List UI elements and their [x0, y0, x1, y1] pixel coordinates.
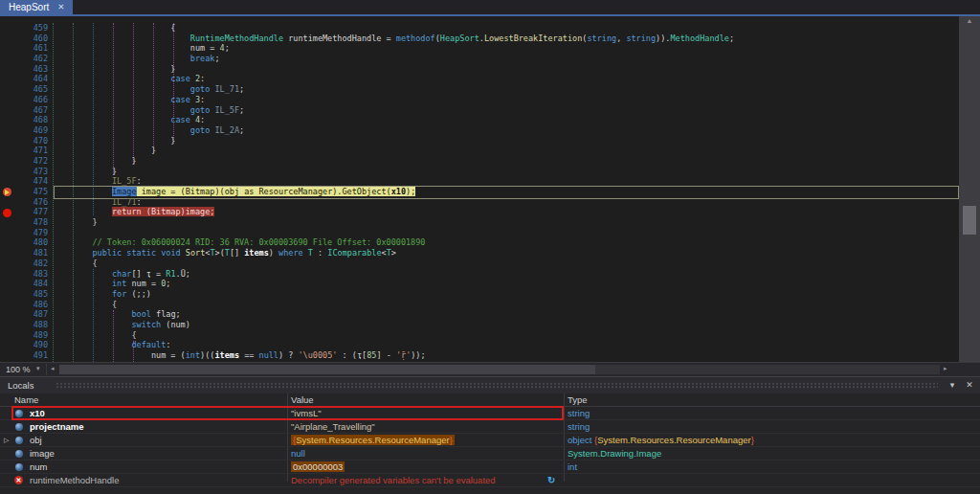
line-number: 468 [0, 115, 48, 125]
code-line-464[interactable]: 464 case 2: [0, 74, 959, 84]
code-line-476[interactable]: 476 IL_71: [0, 197, 959, 208]
code-line-481[interactable]: 481 public static void Sort<T>(T[] items… [0, 248, 959, 258]
code-text: RuntimeMethodHandle runtimeMethodHandle … [73, 34, 734, 44]
scroll-left-icon[interactable]: ◂ [51, 365, 55, 372]
code-text: { [73, 23, 175, 34]
code-text: IL_71: [73, 197, 142, 208]
locals-row-image[interactable]: imagenullSystem.Drawing.Image [0, 447, 980, 460]
code-line-478[interactable]: 478 } [0, 217, 959, 228]
code-line-459[interactable]: 459 { [0, 23, 959, 34]
variable-value: Decompiler generated variables can't be … [291, 474, 561, 486]
code-line-489[interactable]: 489 { [0, 330, 959, 341]
locals-rows: x10"ivmsL"stringprojectname"Airplane_Tra… [0, 407, 980, 487]
locals-title: Locals [8, 377, 33, 393]
code-line-480[interactable]: 480 // Token: 0x06000024 RID: 36 RVA: 0x… [0, 237, 959, 248]
line-number: 491 [0, 350, 48, 361]
variable-icon [15, 450, 23, 458]
decompiler-window: HeapSort ✕ 459 {460 RuntimeMethodHandle … [0, 0, 980, 494]
panel-collapse-icon[interactable]: ▾ [946, 377, 959, 393]
code-text: } [73, 136, 175, 146]
code-line-483[interactable]: 483 char[] ҭ = R1.Ū; [0, 269, 959, 280]
code-line-474[interactable]: 474 IL_5F: [0, 176, 959, 187]
variable-type: string [568, 407, 976, 419]
line-number: 464 [0, 74, 48, 84]
expander-icon[interactable]: ▷ [4, 434, 9, 446]
tab-heapsort[interactable]: HeapSort ✕ [0, 0, 73, 14]
tab-close-icon[interactable]: ✕ [57, 0, 64, 14]
variable-type: string [568, 420, 976, 433]
horizontal-scrollbar[interactable] [59, 365, 940, 374]
variable-icon [15, 423, 23, 431]
locals-header-row: Name Value Type [0, 393, 980, 407]
code-line-472[interactable]: 472 } [0, 156, 959, 167]
code-line-482[interactable]: 482 { [0, 258, 959, 269]
code-line-475[interactable]: 475 Image image = (Bitmap)(obj as Resour… [0, 187, 959, 197]
variable-type: int [568, 460, 976, 473]
locals-row-projectname[interactable]: projectname"Airplane_Travelling"string [0, 420, 980, 434]
code-line-491[interactable]: 491 num = (int)((items == null) ? '\u000… [0, 350, 959, 361]
code-editor[interactable]: 459 {460 RuntimeMethodHandle runtimeMeth… [0, 16, 959, 362]
column-header-name[interactable]: Name [14, 393, 38, 406]
locals-row-runtimeMethodHandle[interactable]: ✕runtimeMethodHandleDecompiler generated… [0, 474, 980, 487]
variable-value: 0x00000003 [291, 460, 561, 473]
line-number: 466 [0, 95, 48, 105]
vertical-scrollbar[interactable]: ▲ ▼ [959, 16, 980, 375]
locals-row-x10[interactable]: x10"ivmsL"string [0, 407, 980, 420]
code-line-466[interactable]: 466 case 3: [0, 95, 959, 105]
refresh-icon[interactable]: ↻ [547, 474, 555, 486]
variable-value: "ivmsL" [291, 407, 561, 419]
code-lines: 459 {460 RuntimeMethodHandle runtimeMeth… [0, 23, 959, 361]
line-number: 459 [0, 23, 48, 34]
code-line-484[interactable]: 484 int num = 0; [0, 279, 959, 289]
column-header-value[interactable]: Value [291, 393, 314, 406]
locals-row-obj[interactable]: ▷obj{System.Resources.ResourceManager}ob… [0, 434, 980, 447]
code-line-490[interactable]: 490 default: [0, 340, 959, 350]
code-line-479[interactable]: 479 [0, 228, 959, 238]
variable-value: {System.Resources.ResourceManager} [291, 434, 561, 446]
code-line-473[interactable]: 473 } [0, 167, 959, 177]
locals-row-num[interactable]: num0x00000003int [0, 460, 980, 474]
code-line-461[interactable]: 461 num = 4; [0, 43, 959, 54]
code-line-467[interactable]: 467 goto IL_5F; [0, 105, 959, 116]
line-number: 463 [0, 64, 48, 75]
panel-close-icon[interactable]: ✕ [963, 377, 976, 393]
tab-title: HeapSort [9, 0, 49, 14]
panel-grip-texture [56, 382, 938, 390]
code-line-485[interactable]: 485 for (;;) [0, 289, 959, 300]
code-line-487[interactable]: 487 bool flag; [0, 309, 959, 320]
code-line-468[interactable]: 468 case 4: [0, 115, 959, 125]
variable-icon [15, 410, 23, 417]
tab-bar: HeapSort ✕ [0, 0, 980, 16]
scroll-right-icon[interactable]: ▸ [944, 365, 947, 372]
code-text: char[] ҭ = R1.Ū; [73, 269, 190, 280]
scroll-up-icon[interactable]: ▲ [959, 16, 980, 26]
locals-title-bar[interactable]: Locals ▾ ✕ [0, 377, 980, 393]
code-line-486[interactable]: 486 { [0, 300, 959, 310]
code-line-462[interactable]: 462 break; [0, 54, 959, 64]
code-text: switch (num) [73, 320, 190, 330]
vertical-scrollbar-thumb[interactable] [963, 206, 976, 235]
column-header-type[interactable]: Type [568, 393, 588, 406]
code-line-469[interactable]: 469 goto IL_2A; [0, 125, 959, 136]
variable-name: runtimeMethodHandle [30, 474, 119, 486]
line-number: 461 [0, 43, 48, 54]
zoom-level-label[interactable]: 100 % [6, 365, 31, 374]
line-number: 480 [0, 237, 48, 248]
line-number: 483 [0, 269, 48, 280]
horizontal-scrollbar-thumb[interactable] [59, 365, 595, 374]
line-number: 477 [0, 207, 48, 217]
line-number: 471 [0, 146, 48, 156]
code-line-471[interactable]: 471 } [0, 146, 959, 156]
line-number: 473 [0, 167, 48, 177]
locals-panel: Locals ▾ ✕ Name Value Type x10"ivmsL"str… [0, 376, 980, 494]
code-line-477[interactable]: 477 return (Bitmap)image; [0, 207, 959, 217]
zoom-dropdown-icon[interactable]: ▾ [36, 365, 40, 372]
code-text: } [73, 64, 175, 75]
code-line-470[interactable]: 470 } [0, 136, 959, 146]
line-number: 486 [0, 300, 48, 310]
code-line-465[interactable]: 465 goto IL_71; [0, 84, 959, 95]
code-line-463[interactable]: 463 } [0, 64, 959, 75]
code-line-460[interactable]: 460 RuntimeMethodHandle runtimeMethodHan… [0, 34, 959, 44]
code-line-488[interactable]: 488 switch (num) [0, 320, 959, 330]
code-text: case 4: [73, 115, 205, 125]
